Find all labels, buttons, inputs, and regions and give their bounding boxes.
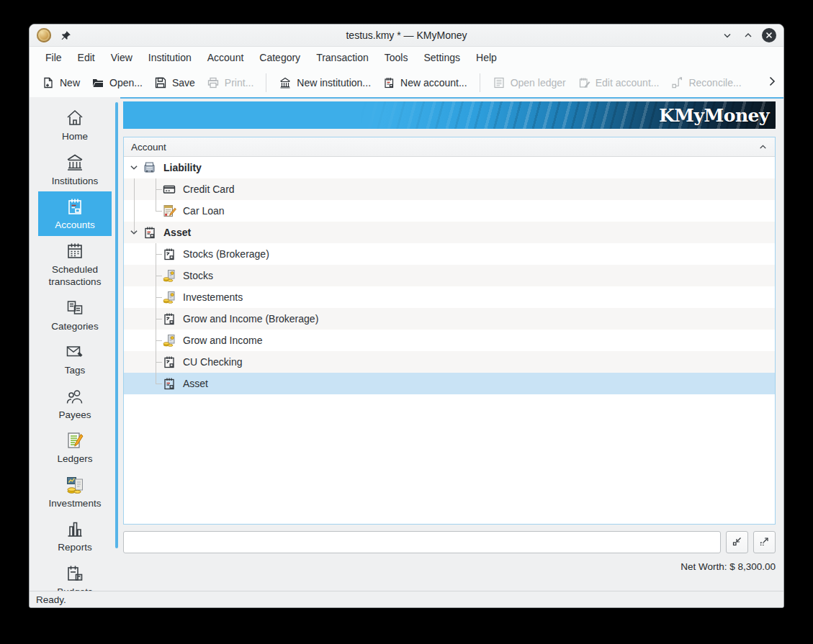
menu-account[interactable]: Account	[199, 47, 252, 68]
sidebar-item-investments[interactable]: Investments	[38, 470, 112, 514]
status-text: Ready.	[36, 594, 66, 605]
new-institution-button[interactable]: New institution...	[273, 72, 377, 94]
tree-row-grow-and-income-brokerage[interactable]: Grow and Income (Brokerage)	[124, 308, 775, 330]
tree-row-stocks[interactable]: Stocks	[124, 265, 775, 286]
toolbar-overflow-button[interactable]	[766, 76, 778, 90]
asset-group-icon	[143, 225, 157, 240]
sidebar-item-accounts[interactable]: Accounts	[38, 191, 112, 236]
menu-transaction[interactable]: Transaction	[308, 47, 377, 68]
sidebar-item-tags[interactable]: Tags	[38, 337, 112, 381]
tree-guide-line	[134, 200, 135, 222]
menu-tools[interactable]: Tools	[377, 47, 416, 68]
kmymoney-banner: KMyMoney	[123, 101, 776, 129]
accounts-panel: Account Liability Credit Card	[123, 137, 776, 525]
close-button[interactable]	[761, 27, 777, 43]
sidebar-item-scheduled-transactions[interactable]: Scheduled transactions	[38, 236, 112, 293]
networth-footer: Net Worth: $ 8,300.00	[123, 553, 776, 591]
view-sidebar: Home Institutions Accounts Scheduled tra…	[30, 97, 120, 591]
reconcile-icon	[670, 76, 683, 89]
tree-row-asset-group[interactable]: Asset	[124, 222, 775, 243]
investment-account-icon	[162, 268, 176, 283]
edit-account-icon	[578, 76, 590, 89]
ledgers-icon	[65, 430, 85, 450]
menu-settings[interactable]: Settings	[416, 47, 468, 68]
maximize-button[interactable]	[740, 27, 756, 43]
filter-row	[123, 531, 776, 553]
tree-row-cu-checking[interactable]: CU Checking	[124, 351, 775, 373]
window-title: testus.kmy * — KMyMoney	[30, 30, 783, 41]
tree-row-liability[interactable]: Liability	[124, 157, 775, 178]
open-folder-icon	[91, 76, 104, 89]
menu-file[interactable]: File	[37, 47, 70, 68]
net-worth-value: Net Worth: $ 8,300.00	[681, 561, 776, 572]
collapse-all-button[interactable]	[726, 531, 748, 553]
content-area: Home Institutions Accounts Scheduled tra…	[30, 97, 783, 591]
save-button[interactable]: Save	[148, 72, 201, 94]
collapse-all-icon	[731, 535, 744, 550]
ledger-icon	[493, 76, 506, 89]
asset-account-icon	[162, 376, 176, 391]
checking-account-icon	[162, 312, 176, 326]
tree-guide-line	[134, 222, 135, 232]
menu-category[interactable]: Category	[251, 47, 308, 68]
new-account-button[interactable]: New account...	[377, 72, 473, 94]
open-file-button[interactable]: Open...	[86, 72, 148, 94]
sort-ascending-icon[interactable]	[758, 142, 768, 152]
bank-icon	[279, 76, 292, 89]
statusbar: Ready.	[30, 591, 783, 607]
tree-row-grow-and-income[interactable]: Grow and Income	[124, 330, 775, 351]
institutions-icon	[65, 153, 85, 173]
edit-account-button[interactable]: Edit account...	[572, 72, 665, 94]
new-file-button[interactable]: New	[36, 72, 86, 94]
kmymoney-window: testus.kmy * — KMyMoney File Edit View I…	[29, 24, 784, 608]
expand-all-icon	[758, 535, 771, 550]
kmymoney-logo: KMyMoney	[659, 105, 776, 126]
home-icon	[65, 108, 85, 128]
tree-row-credit-card[interactable]: Credit Card	[124, 178, 775, 200]
save-icon	[154, 76, 167, 89]
sidebar-item-reports[interactable]: Reports	[38, 514, 112, 558]
expander-icon[interactable]	[129, 163, 139, 173]
checking-account-icon	[162, 355, 176, 369]
tree-row-stocks-brokerage[interactable]: Stocks (Brokerage)	[124, 243, 775, 265]
minimize-button[interactable]	[719, 27, 735, 43]
tags-icon	[65, 342, 85, 362]
calendar-icon	[65, 241, 85, 261]
open-ledger-button[interactable]: Open ledger	[487, 72, 572, 94]
accounts-view: KMyMoney Account Liability	[120, 97, 783, 591]
reports-icon	[65, 519, 85, 539]
investments-icon	[65, 475, 85, 495]
accounts-icon	[65, 196, 85, 217]
expand-all-button[interactable]	[753, 531, 776, 553]
tree-row-asset[interactable]: Asset	[124, 373, 775, 394]
accounts-tree: Liability Credit Card Car Loan	[124, 157, 775, 524]
account-column-header[interactable]: Account	[124, 137, 775, 157]
sidebar-item-ledgers[interactable]: Ledgers	[38, 425, 112, 470]
sidebar-item-payees[interactable]: Payees	[38, 381, 112, 426]
print-button[interactable]: Print...	[201, 72, 259, 94]
payees-icon	[65, 386, 85, 407]
investment-account-icon	[162, 290, 176, 304]
sidebar-item-categories[interactable]: Categories	[38, 293, 112, 337]
titlebar[interactable]: testus.kmy * — KMyMoney	[30, 24, 783, 47]
new-document-icon	[42, 76, 55, 89]
reconcile-button[interactable]: Reconcile...	[665, 72, 747, 94]
new-account-icon	[382, 76, 395, 89]
checking-account-icon	[162, 247, 176, 261]
categories-icon	[65, 298, 85, 318]
menu-edit[interactable]: Edit	[70, 47, 103, 68]
sidebar-item-budgets[interactable]: Budgets	[38, 558, 112, 591]
credit-card-icon	[162, 182, 176, 196]
toolbar: New Open... Save Print... New institutio…	[30, 68, 783, 97]
tree-row-investements[interactable]: Investements	[124, 286, 775, 308]
sidebar-item-home[interactable]: Home	[38, 103, 112, 148]
menu-help[interactable]: Help	[468, 47, 505, 68]
menu-institution[interactable]: Institution	[140, 47, 199, 68]
sidebar-item-institutions[interactable]: Institutions	[38, 148, 112, 192]
investment-account-icon	[162, 333, 176, 348]
tree-row-car-loan[interactable]: Car Loan	[124, 200, 775, 222]
menu-view[interactable]: View	[103, 47, 140, 68]
chevron-right-icon	[766, 76, 778, 90]
sidebar-scrollbar[interactable]	[115, 102, 118, 548]
account-filter-input[interactable]	[123, 531, 721, 553]
